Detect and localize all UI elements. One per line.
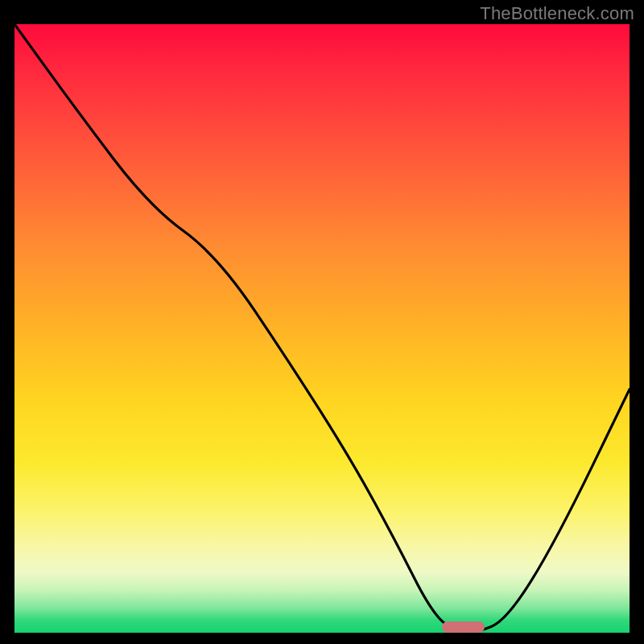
watermark-text: TheBottleneck.com <box>480 3 634 24</box>
chart-frame: TheBottleneck.com <box>0 0 644 644</box>
trough-marker <box>442 621 485 633</box>
plot-area <box>14 24 630 633</box>
line-curve <box>14 24 630 633</box>
